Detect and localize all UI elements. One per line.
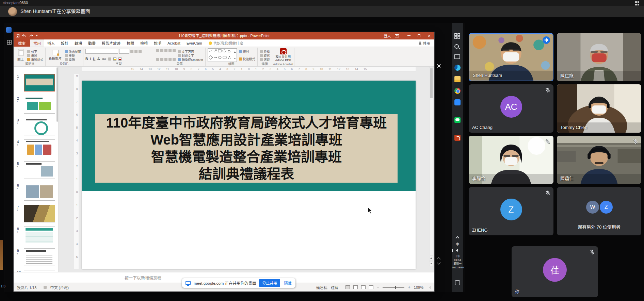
zoom-slider[interactable] [383,287,404,288]
thumbnail-scrollbar[interactable] [57,67,58,122]
reset-button[interactable]: 重設 [65,53,81,57]
font-name-combo[interactable] [85,49,118,54]
ime-indicator[interactable]: 中 [452,241,463,247]
stop-sharing-button[interactable]: 停止共用 [259,279,280,287]
underline-button[interactable]: U [93,57,95,61]
show-hidden-icons-chevron[interactable] [455,236,459,240]
slideshow-view-icon[interactable] [369,285,373,289]
align-center-icon[interactable] [160,58,163,61]
edge-icon[interactable] [454,65,461,71]
layout-button[interactable]: 版面配置 [65,49,81,53]
cut-button[interactable]: 剪下 [27,49,43,53]
tab-review[interactable]: 校閱 [124,39,137,47]
language-indicator[interactable]: 中文 (台灣) [50,285,68,290]
participant-tile-chenren[interactable]: 陳仁寵 [557,33,641,81]
normal-view-icon[interactable] [345,285,350,289]
tab-view[interactable]: 檢視 [137,39,151,47]
participant-tile-chending[interactable]: 陳鼎仁 [557,136,641,184]
section-button[interactable]: 章節 [65,57,81,62]
select-button[interactable]: 選取 [260,57,270,62]
strikethrough-button[interactable]: S [97,57,100,61]
gallery-scroll[interactable] [233,49,237,62]
text-direction-button[interactable]: 文字方向 [178,49,203,53]
tab-slideshow[interactable]: 投影片放映 [99,39,124,47]
tab-file[interactable]: 檔案 [14,39,30,47]
numbering-icon[interactable] [160,49,163,52]
align-right-icon[interactable] [164,58,167,61]
arrange-button[interactable]: 排列 [239,49,255,53]
tab-acrobat[interactable]: Acrobat [164,39,183,47]
slide-sorter-view-icon[interactable] [353,285,358,289]
tab-home[interactable]: 常用 [30,39,44,47]
justify-icon[interactable] [168,58,172,61]
columns-icon[interactable] [173,58,176,61]
task-view-icon[interactable] [454,54,460,59]
tab-help[interactable]: 說明 [151,39,164,47]
reading-view-icon[interactable] [361,285,366,289]
hide-pill-button[interactable]: 隱藏 [283,279,292,287]
notes-toggle[interactable]: 備忘稿 [316,285,327,290]
participant-tile-you[interactable]: 荏 你 [512,246,598,297]
desktop-shortcut-icon[interactable] [7,40,12,45]
file-explorer-icon[interactable] [454,76,461,82]
adobe-pdf-button[interactable]: 獨立並共用Adobe PDF [274,48,292,62]
slide-thumbnail-4[interactable]: 4* [14,139,57,158]
tab-insert[interactable]: 插入 [44,39,58,47]
windows-start-icon[interactable] [454,33,461,39]
share-button[interactable]: 共用 [415,39,434,47]
signin-label[interactable]: 登入 [384,33,391,38]
taskbar-clock[interactable]: 下午 01:34 星期一 2021/8/30 [452,254,463,269]
search-icon[interactable] [454,44,459,49]
participant-tile-ac-chang[interactable]: AC AC Chang [469,84,553,133]
speaker-icon[interactable] [456,249,458,252]
previous-slide-button[interactable] [429,256,433,261]
increase-font-icon[interactable] [130,50,133,53]
zoom-in-icon[interactable]: + [408,285,410,290]
next-slide-button[interactable] [429,261,433,266]
zoom-slider-thumb[interactable] [395,286,396,289]
action-center-icon[interactable] [455,280,460,285]
italic-button[interactable]: I [90,57,91,61]
tab-evercam[interactable]: EverCam [183,39,205,47]
slide-thumbnail-1[interactable]: 1* [14,74,57,93]
slide-thumbnail-9[interactable]: 9* [14,248,57,267]
format-painter-button[interactable]: 複製格式 [27,57,43,62]
zoom-out-icon[interactable]: − [377,285,380,290]
tellme-box[interactable]: 告訴我您想做什麼 [213,39,243,47]
char-spacing-icon[interactable] [108,57,111,61]
slide-thumbnail-panel[interactable]: 1* 2* 3* 4* 5* 6* [14,67,59,272]
close-button[interactable] [424,32,434,39]
slide-thumbnail-3[interactable]: 3* [14,118,57,137]
new-slide-button[interactable]: 新投影片 [48,48,63,62]
decrease-font-icon[interactable] [134,50,138,53]
decrease-indent-icon[interactable] [164,49,167,52]
participant-tile-zheng[interactable]: Z ZHENG [469,187,553,235]
quick-styles-button[interactable]: 快速樣式 [239,57,255,61]
participant-tile-tommy[interactable]: Tommy Chien [557,84,641,133]
slide-thumbnail-6[interactable]: 6* [14,183,57,202]
slide-thumbnail-5[interactable]: 5* [14,161,57,180]
line-spacing-icon[interactable] [173,49,176,52]
shadow-button[interactable]: abc [102,57,106,61]
clear-formatting-icon[interactable] [139,50,142,53]
bullets-icon[interactable] [156,49,159,52]
blue-app-icon[interactable] [454,99,461,105]
chrome-icon[interactable] [454,88,461,94]
align-left-icon[interactable] [156,58,159,61]
align-text-button[interactable]: 對齊文字 [178,53,203,57]
bold-button[interactable]: B [85,57,88,61]
scrollbar-thumb[interactable] [430,68,433,98]
participant-tile-lee[interactable]: 李靜怡 [469,136,553,184]
replace-button[interactable]: 取代 [260,53,270,57]
tab-animations[interactable]: 動畫 [85,39,99,47]
scroll-arrows[interactable] [437,257,440,265]
slide-thumbnail-8[interactable]: 8* [14,227,57,246]
font-color-chip[interactable] [118,57,122,61]
comments-toggle[interactable]: 註解 [331,285,338,290]
slide-canvas[interactable]: 110年度臺中市政府教育局跨校式人才培育專班 Web智慧應用設計產業培訓專班 智… [82,81,416,269]
tab-design[interactable]: 設計 [58,39,71,47]
participant-tile-overflow[interactable]: W Z 還有另外 70 位使用者 [557,187,641,235]
zoom-level[interactable]: 109% [414,285,423,289]
participant-tile-shen[interactable]: Shen Huntsam [469,33,553,81]
copy-button[interactable]: 複製 [27,53,43,57]
